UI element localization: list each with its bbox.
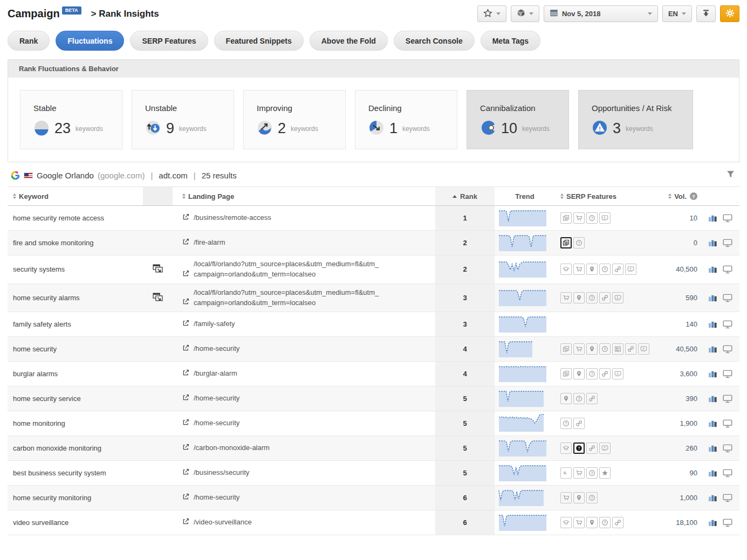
ranking-chart-icon[interactable] — [708, 518, 717, 527]
serp-feature-paa-icon[interactable]: ? — [586, 292, 598, 303]
serp-monitor-icon[interactable] — [723, 320, 732, 329]
serp-feature-local-icon[interactable] — [573, 292, 585, 303]
serp-monitor-icon[interactable] — [723, 345, 732, 354]
keyword-cell[interactable]: video surveillance — [8, 518, 143, 527]
landing-page-link[interactable]: /local/fl/orlando?utm_source=places&utm_… — [194, 259, 380, 280]
ranking-chart-icon[interactable] — [708, 239, 717, 247]
serp-monitor-icon[interactable] — [723, 518, 732, 527]
serp-feature-paa-icon[interactable]: ? — [586, 368, 598, 379]
keyword-cell[interactable]: family safety alerts — [8, 320, 143, 328]
trend-sparkline[interactable] — [495, 260, 555, 279]
landing-page-link[interactable]: /video-surveillance — [194, 517, 252, 528]
serp-feature-shopping-icon[interactable] — [573, 343, 585, 355]
multi-pages-icon[interactable] — [152, 264, 163, 275]
card-opportunities-at-risk[interactable]: Opportunities / At Risk ! 3 keywords — [578, 90, 693, 149]
landing-page-link[interactable]: /home-security — [194, 493, 239, 503]
serp-feature-reviews-icon[interactable] — [599, 467, 611, 479]
serp-monitor-icon[interactable] — [723, 444, 732, 453]
serp-feature-shopping-icon[interactable] — [573, 212, 585, 224]
serp-monitor-icon[interactable] — [723, 494, 732, 502]
serp-feature-ads-icon[interactable] — [560, 443, 572, 454]
trend-sparkline[interactable] — [495, 233, 555, 253]
landing-page-link[interactable]: /fire-alarm — [194, 238, 225, 248]
serp-monitor-icon[interactable] — [723, 294, 732, 302]
serp-monitor-icon[interactable] — [723, 214, 732, 223]
ranking-chart-icon[interactable] — [708, 265, 717, 273]
tab-search-console[interactable]: Search Console — [394, 31, 475, 51]
trend-sparkline[interactable] — [495, 288, 555, 308]
serp-feature-paa-icon[interactable]: ? — [599, 264, 611, 275]
favorites-dropdown[interactable] — [477, 5, 506, 22]
trend-sparkline[interactable] — [495, 439, 555, 458]
trend-sparkline[interactable] — [495, 340, 555, 359]
serp-feature-knowledge-graph-icon[interactable]: R — [560, 368, 572, 379]
project-dropdown[interactable] — [511, 5, 539, 22]
serp-monitor-icon[interactable] — [723, 370, 732, 378]
landing-page-link[interactable]: /business/remote-access — [194, 213, 271, 223]
serp-feature-sitelinks-icon[interactable] — [599, 292, 611, 303]
multi-pages-icon[interactable] — [152, 292, 163, 304]
serp-feature-local-icon[interactable] — [573, 492, 585, 503]
trend-sparkline[interactable] — [495, 414, 555, 433]
landing-page-link[interactable]: /carbon-monoxide-alarm — [194, 443, 270, 453]
external-link-icon[interactable] — [182, 298, 189, 307]
serp-feature-ads-icon[interactable] — [560, 264, 572, 275]
filter-icon[interactable] — [726, 170, 735, 181]
serp-feature-knowledge-graph-icon[interactable]: R — [560, 237, 572, 248]
serp-monitor-icon[interactable] — [723, 469, 732, 478]
card-unstable[interactable]: Unstable 9 keywords — [132, 90, 234, 149]
ranking-chart-icon[interactable] — [708, 320, 717, 328]
ranking-chart-icon[interactable] — [708, 419, 717, 427]
settings-button[interactable] — [720, 5, 739, 22]
serp-feature-paa-icon[interactable]: ? — [560, 418, 572, 429]
landing-page-link[interactable]: /local/fl/orlando?utm_source=places&utm_… — [194, 288, 380, 308]
serp-feature-sitelinks-icon[interactable] — [573, 418, 585, 429]
external-link-icon[interactable] — [182, 419, 189, 427]
landing-page-link[interactable]: /home-security — [194, 418, 239, 428]
ranking-chart-icon[interactable] — [708, 444, 717, 452]
column-header-landing-page[interactable]: Landing Page — [173, 187, 435, 205]
keyword-cell[interactable]: security systems — [8, 265, 143, 273]
serp-feature-sitelinks-icon[interactable] — [586, 443, 598, 454]
serp-feature-video-icon[interactable] — [599, 212, 611, 224]
date-picker[interactable]: Nov 5, 2018 — [544, 5, 658, 22]
serp-feature-paa-icon[interactable]: ? — [586, 467, 598, 479]
serp-feature-shopping-icon[interactable] — [573, 517, 585, 528]
column-header-serp-features[interactable]: SERP Features — [555, 187, 651, 205]
serp-feature-shopping-icon[interactable] — [573, 467, 585, 479]
keyword-cell[interactable]: fire and smoke monitoring — [8, 239, 143, 247]
serp-feature-news-icon[interactable] — [612, 343, 623, 355]
card-stable[interactable]: Stable 23 keywords — [20, 90, 122, 149]
column-header-volume[interactable]: Vol. ? — [651, 187, 701, 205]
language-dropdown[interactable]: EN — [662, 5, 692, 22]
ranking-chart-icon[interactable] — [708, 395, 717, 403]
external-link-icon[interactable] — [182, 320, 189, 328]
serp-feature-sitelinks-icon[interactable] — [612, 517, 623, 528]
external-link-icon[interactable] — [182, 394, 189, 403]
serp-feature-local-icon[interactable] — [586, 343, 598, 355]
serp-feature-paa-icon[interactable]: ? — [573, 237, 585, 248]
column-header-keyword[interactable]: Keyword — [8, 187, 143, 205]
keyword-cell[interactable]: burglar alarms — [8, 370, 143, 378]
card-improving[interactable]: Improving 2 keywords — [243, 90, 346, 149]
ranking-chart-icon[interactable] — [708, 345, 717, 353]
serp-feature-video-icon[interactable] — [638, 343, 649, 355]
external-link-icon[interactable] — [182, 468, 189, 477]
serp-feature-ads-icon[interactable] — [560, 517, 572, 528]
serp-feature-sitelinks-icon[interactable] — [612, 264, 623, 275]
tab-serp-features[interactable]: SERP Features — [130, 31, 208, 51]
help-icon[interactable]: ? — [690, 192, 697, 200]
external-link-icon[interactable] — [182, 493, 189, 502]
serp-feature-knowledge-graph-icon[interactable]: R — [560, 343, 572, 355]
serp-feature-paa-icon[interactable]: ? — [599, 517, 611, 528]
trend-sparkline[interactable] — [495, 364, 555, 384]
tab-fluctuations[interactable]: Fluctuations — [56, 31, 124, 51]
external-link-icon[interactable] — [182, 369, 189, 378]
serp-feature-sitelinks-icon[interactable] — [625, 343, 636, 355]
serp-feature-video-icon[interactable] — [612, 368, 623, 379]
serp-feature-zero-icon[interactable]: 0. — [560, 467, 572, 479]
serp-monitor-icon[interactable] — [723, 239, 732, 247]
serp-monitor-icon[interactable] — [723, 395, 732, 403]
keyword-cell[interactable]: carbon monoxide monitoring — [8, 444, 143, 452]
card-cannibalization[interactable]: Cannibalization 10 keywords — [467, 90, 569, 149]
